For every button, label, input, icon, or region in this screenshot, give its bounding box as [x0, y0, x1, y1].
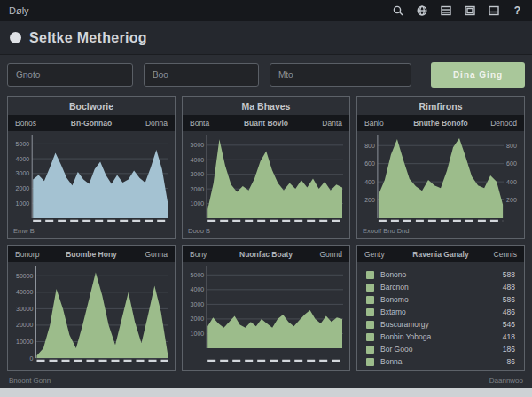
- search-icon[interactable]: [392, 5, 403, 17]
- table-row[interactable]: Bxtamo486: [366, 306, 515, 318]
- footer-left-link[interactable]: Bnoont Gonn: [9, 377, 51, 385]
- legend-row-label: Bxtamo: [380, 307, 497, 316]
- table-row[interactable]: Bonna86: [366, 355, 515, 368]
- footer: Bnoont Gonn Daannwoo: [0, 371, 532, 388]
- area-chart-bottom-middle: 50004000300020001000: [185, 263, 347, 364]
- panel-column-headers: Bonta Buant Bovio Danta: [183, 115, 349, 131]
- legend-swatch-icon: [366, 284, 374, 292]
- table-row[interactable]: Bonomo586: [366, 293, 515, 306]
- svg-text:2000: 2000: [191, 315, 205, 322]
- svg-text:4000: 4000: [191, 286, 205, 292]
- panel-title: Boclworie: [8, 97, 175, 115]
- col-label: Buombe Hony: [56, 250, 126, 259]
- table-row[interactable]: Bonono588: [366, 269, 515, 281]
- legend-row-value: 418: [503, 332, 515, 341]
- filter-input-1[interactable]: [7, 63, 133, 87]
- col-label: Bn-Gonnao: [56, 119, 126, 128]
- panel-caption-link[interactable]: Dooo B: [183, 226, 349, 238]
- panel-caption-link[interactable]: Exooff Bno Dnd: [357, 226, 524, 238]
- legend-swatch-icon: [366, 321, 374, 329]
- legend-row-value: 546: [503, 320, 515, 329]
- table-row[interactable]: Bor Gooo186: [366, 343, 515, 355]
- panel-top-middle: Ma Bhaves Bonta Buant Bovio Danta 500040…: [182, 96, 350, 239]
- bottom-strip: [0, 388, 532, 397]
- svg-text:600: 600: [506, 160, 517, 167]
- dashboard-grid: Boclworie Bonos Bn-Gonnao Donna 50004000…: [0, 94, 532, 371]
- topbar: Døly ?: [0, 0, 532, 21]
- legend-swatch-icon: [366, 271, 374, 279]
- legend-row-label: Bonomo: [380, 295, 497, 304]
- table-row[interactable]: Barcnon488: [366, 281, 515, 293]
- area-chart-top-right: 800800600600400400200200: [360, 132, 521, 224]
- col-label: Gonna: [127, 250, 168, 259]
- panel-column-headers: Genty Ravenia Ganaly Cennis: [357, 246, 524, 262]
- legend-row-value: 186: [503, 345, 515, 354]
- panel-top-left: Boclworie Bonos Bn-Gonnao Donna 50004000…: [7, 96, 176, 239]
- svg-text:200: 200: [364, 197, 375, 203]
- panel-bottom-middle: Bony Nuonfac Boaty Gonnd 500040003000200…: [182, 245, 350, 371]
- svg-text:5000: 5000: [16, 141, 30, 147]
- legend-row-value: 86: [507, 357, 515, 366]
- legend-row-label: Barcnon: [380, 283, 497, 292]
- svg-text:4000: 4000: [191, 157, 205, 163]
- panel-column-headers: Bony Nuonfac Boaty Gonnd: [183, 246, 349, 262]
- panel-column-headers: Bonorp Buombe Hony Gonna: [8, 246, 175, 262]
- status-bullet-icon: [10, 32, 21, 43]
- chart-wrap: 50004000300020001000: [8, 131, 175, 226]
- help-icon[interactable]: ?: [512, 5, 523, 17]
- col-label: Banio: [364, 119, 405, 128]
- filter-input-2[interactable]: [144, 63, 259, 87]
- panel-split-icon[interactable]: [488, 5, 499, 17]
- svg-text:800: 800: [506, 143, 517, 149]
- panel-list-icon[interactable]: [440, 5, 451, 17]
- topbar-title: Døly: [9, 5, 29, 16]
- legend-swatch-icon: [366, 308, 374, 316]
- svg-text:4000: 4000: [16, 156, 30, 162]
- col-label: Bony: [190, 250, 231, 259]
- globe-icon[interactable]: [416, 5, 427, 17]
- legend-row-value: 486: [503, 307, 515, 316]
- svg-text:200: 200: [506, 197, 517, 203]
- filter-input-3[interactable]: [270, 63, 411, 87]
- col-label: Nuonfac Boaty: [231, 250, 301, 259]
- svg-text:2000: 2000: [191, 186, 205, 192]
- legend-row-label: Bor Gooo: [380, 345, 497, 354]
- footer-right-link[interactable]: Daannwoo: [489, 377, 523, 385]
- legend-row-label: Buscuramorgy: [380, 320, 497, 329]
- area-chart-top-middle: 50004000300020001000: [185, 132, 347, 224]
- svg-text:50000: 50000: [16, 273, 34, 279]
- svg-text:40000: 40000: [16, 289, 34, 295]
- filter-row: Dina Ging: [0, 55, 532, 94]
- panel-bottom-left: Bonorp Buombe Hony Gonna 500004000030000…: [7, 245, 176, 371]
- svg-text:600: 600: [364, 160, 375, 167]
- legend-row-value: 488: [503, 283, 515, 292]
- col-label: Donna: [127, 119, 168, 128]
- col-label: Danta: [301, 119, 342, 128]
- topbar-icons: ?: [392, 5, 523, 17]
- legend-row-label: Bonna: [380, 357, 501, 366]
- svg-text:1000: 1000: [191, 200, 205, 206]
- col-label: Bonos: [15, 119, 56, 128]
- chart-wrap: 50004000300020001000: [183, 262, 349, 370]
- area-chart-top-left: 50004000300020001000: [11, 132, 172, 224]
- svg-text:30000: 30000: [16, 306, 34, 312]
- svg-text:800: 800: [364, 143, 375, 149]
- panel-caption-link[interactable]: Emw B: [8, 226, 175, 238]
- table-row[interactable]: Buscuramorgy546: [366, 318, 515, 331]
- legend-swatch-icon: [366, 333, 374, 341]
- col-label: Gonnd: [301, 250, 342, 259]
- panel-box-icon[interactable]: [464, 5, 475, 17]
- svg-text:2000: 2000: [16, 185, 30, 191]
- table-row[interactable]: Bonbin Yoboga418: [366, 331, 515, 343]
- svg-text:3000: 3000: [191, 301, 205, 307]
- panel-bottom-right: Genty Ravenia Ganaly Cennis Bonono588Bar…: [356, 245, 525, 371]
- panel-title: Ma Bhaves: [183, 97, 349, 115]
- svg-text:1000: 1000: [16, 200, 30, 206]
- svg-text:20000: 20000: [16, 322, 34, 328]
- panel-column-headers: Bonos Bn-Gonnao Donna: [8, 115, 175, 131]
- legend-row-label: Bonbin Yoboga: [380, 332, 497, 341]
- svg-text:400: 400: [506, 179, 517, 185]
- col-label: Ravenia Ganaly: [405, 250, 475, 259]
- submit-button[interactable]: Dina Ging: [431, 62, 525, 88]
- app-header: Seltke Metheriog: [0, 21, 532, 55]
